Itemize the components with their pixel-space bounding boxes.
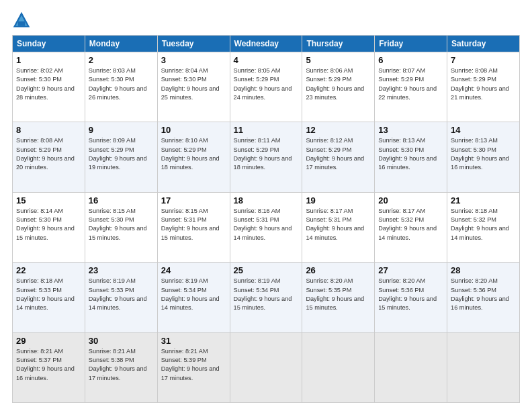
day-cell: 2 Sunrise: 8:03 AM Sunset: 5:30 PM Dayli… [85, 52, 157, 122]
day-cell [230, 332, 302, 402]
day-cell: 18 Sunrise: 8:16 AM Sunset: 5:31 PM Dayl… [230, 192, 302, 262]
day-cell: 23 Sunrise: 8:19 AM Sunset: 5:33 PM Dayl… [85, 263, 157, 332]
day-number: 20 [378, 195, 443, 205]
day-info: Sunrise: 8:17 AM Sunset: 5:32 PM Dayligh… [378, 207, 443, 242]
day-cell: 29 Sunrise: 8:21 AM Sunset: 5:37 PM Dayl… [13, 332, 85, 402]
day-cell: 17 Sunrise: 8:15 AM Sunset: 5:31 PM Dayl… [157, 192, 230, 262]
day-cell: 24 Sunrise: 8:19 AM Sunset: 5:34 PM Dayl… [157, 263, 230, 332]
day-info: Sunrise: 8:11 AM Sunset: 5:29 PM Dayligh… [234, 136, 299, 172]
day-number: 6 [378, 55, 443, 65]
day-cell [302, 332, 375, 402]
day-cell: 7 Sunrise: 8:08 AM Sunset: 5:29 PM Dayli… [447, 52, 520, 122]
day-info: Sunrise: 8:20 AM Sunset: 5:36 PM Dayligh… [378, 277, 443, 312]
day-cell: 10 Sunrise: 8:10 AM Sunset: 5:29 PM Dayl… [157, 122, 230, 192]
day-number: 23 [89, 265, 154, 275]
day-info: Sunrise: 8:15 AM Sunset: 5:30 PM Dayligh… [89, 207, 154, 242]
day-cell: 8 Sunrise: 8:08 AM Sunset: 5:29 PM Dayli… [13, 122, 85, 192]
day-number: 30 [89, 336, 154, 346]
calendar: SundayMondayTuesdayWednesdayThursdayFrid… [12, 35, 520, 403]
day-info: Sunrise: 8:20 AM Sunset: 5:36 PM Dayligh… [451, 277, 516, 312]
header-cell-thursday: Thursday [302, 36, 375, 52]
day-number: 26 [306, 265, 371, 275]
day-number: 24 [161, 265, 226, 275]
day-number: 3 [161, 55, 226, 65]
header-row: SundayMondayTuesdayWednesdayThursdayFrid… [13, 36, 520, 52]
day-cell: 12 Sunrise: 8:12 AM Sunset: 5:29 PM Dayl… [302, 122, 375, 192]
header-cell-wednesday: Wednesday [230, 36, 302, 52]
day-cell: 31 Sunrise: 8:21 AM Sunset: 5:39 PM Dayl… [157, 332, 230, 402]
day-number: 25 [234, 265, 299, 275]
day-cell [447, 332, 520, 402]
day-number: 19 [306, 195, 371, 205]
day-info: Sunrise: 8:19 AM Sunset: 5:34 PM Dayligh… [161, 277, 226, 312]
header-cell-friday: Friday [375, 36, 447, 52]
header-cell-saturday: Saturday [447, 36, 520, 52]
day-info: Sunrise: 8:09 AM Sunset: 5:29 PM Dayligh… [89, 136, 154, 172]
day-number: 17 [161, 195, 226, 205]
day-info: Sunrise: 8:18 AM Sunset: 5:33 PM Dayligh… [16, 277, 81, 312]
header-cell-monday: Monday [85, 36, 157, 52]
week-row-2: 8 Sunrise: 8:08 AM Sunset: 5:29 PM Dayli… [13, 122, 520, 192]
logo [12, 11, 34, 30]
day-info: Sunrise: 8:16 AM Sunset: 5:31 PM Dayligh… [234, 207, 299, 242]
day-cell: 19 Sunrise: 8:17 AM Sunset: 5:31 PM Dayl… [302, 192, 375, 262]
day-cell: 11 Sunrise: 8:11 AM Sunset: 5:29 PM Dayl… [230, 122, 302, 192]
day-number: 29 [16, 336, 81, 346]
day-number: 7 [451, 55, 516, 65]
day-number: 4 [234, 55, 299, 65]
day-info: Sunrise: 8:19 AM Sunset: 5:34 PM Dayligh… [234, 277, 299, 312]
header-cell-sunday: Sunday [13, 36, 85, 52]
day-number: 2 [89, 55, 154, 65]
day-info: Sunrise: 8:21 AM Sunset: 5:38 PM Dayligh… [89, 347, 154, 383]
day-cell: 14 Sunrise: 8:13 AM Sunset: 5:30 PM Dayl… [447, 122, 520, 192]
day-info: Sunrise: 8:08 AM Sunset: 5:29 PM Dayligh… [16, 136, 81, 172]
svg-rect-2 [18, 21, 26, 26]
logo-icon [12, 11, 31, 30]
day-cell: 4 Sunrise: 8:05 AM Sunset: 5:29 PM Dayli… [230, 52, 302, 122]
day-info: Sunrise: 8:05 AM Sunset: 5:29 PM Dayligh… [234, 66, 299, 102]
day-number: 18 [234, 195, 299, 205]
day-number: 1 [16, 55, 81, 65]
day-number: 22 [16, 265, 81, 275]
day-cell: 20 Sunrise: 8:17 AM Sunset: 5:32 PM Dayl… [375, 192, 447, 262]
day-number: 9 [89, 125, 154, 135]
day-cell: 9 Sunrise: 8:09 AM Sunset: 5:29 PM Dayli… [85, 122, 157, 192]
day-info: Sunrise: 8:19 AM Sunset: 5:33 PM Dayligh… [89, 277, 154, 312]
day-cell: 21 Sunrise: 8:18 AM Sunset: 5:32 PM Dayl… [447, 192, 520, 262]
day-number: 14 [451, 125, 516, 135]
day-info: Sunrise: 8:21 AM Sunset: 5:37 PM Dayligh… [16, 347, 81, 383]
day-number: 21 [451, 195, 516, 205]
header [12, 11, 520, 30]
day-cell: 15 Sunrise: 8:14 AM Sunset: 5:30 PM Dayl… [13, 192, 85, 262]
day-cell: 5 Sunrise: 8:06 AM Sunset: 5:29 PM Dayli… [302, 52, 375, 122]
day-info: Sunrise: 8:03 AM Sunset: 5:30 PM Dayligh… [89, 66, 154, 102]
day-number: 27 [378, 265, 443, 275]
day-number: 31 [161, 336, 226, 346]
day-cell: 28 Sunrise: 8:20 AM Sunset: 5:36 PM Dayl… [447, 263, 520, 332]
day-cell: 30 Sunrise: 8:21 AM Sunset: 5:38 PM Dayl… [85, 332, 157, 402]
day-number: 11 [234, 125, 299, 135]
day-info: Sunrise: 8:12 AM Sunset: 5:29 PM Dayligh… [306, 136, 371, 172]
day-info: Sunrise: 8:18 AM Sunset: 5:32 PM Dayligh… [451, 207, 516, 242]
day-number: 16 [89, 195, 154, 205]
day-info: Sunrise: 8:13 AM Sunset: 5:30 PM Dayligh… [451, 136, 516, 172]
day-info: Sunrise: 8:15 AM Sunset: 5:31 PM Dayligh… [161, 207, 226, 242]
day-info: Sunrise: 8:06 AM Sunset: 5:29 PM Dayligh… [306, 66, 371, 102]
week-row-5: 29 Sunrise: 8:21 AM Sunset: 5:37 PM Dayl… [13, 332, 520, 402]
day-info: Sunrise: 8:13 AM Sunset: 5:30 PM Dayligh… [378, 136, 443, 172]
day-number: 12 [306, 125, 371, 135]
day-info: Sunrise: 8:17 AM Sunset: 5:31 PM Dayligh… [306, 207, 371, 242]
day-cell: 26 Sunrise: 8:20 AM Sunset: 5:35 PM Dayl… [302, 263, 375, 332]
day-cell: 6 Sunrise: 8:07 AM Sunset: 5:29 PM Dayli… [375, 52, 447, 122]
day-cell: 22 Sunrise: 8:18 AM Sunset: 5:33 PM Dayl… [13, 263, 85, 332]
week-row-4: 22 Sunrise: 8:18 AM Sunset: 5:33 PM Dayl… [13, 263, 520, 332]
day-info: Sunrise: 8:07 AM Sunset: 5:29 PM Dayligh… [378, 66, 443, 102]
day-cell: 3 Sunrise: 8:04 AM Sunset: 5:30 PM Dayli… [157, 52, 230, 122]
day-cell: 13 Sunrise: 8:13 AM Sunset: 5:30 PM Dayl… [375, 122, 447, 192]
day-cell: 27 Sunrise: 8:20 AM Sunset: 5:36 PM Dayl… [375, 263, 447, 332]
day-info: Sunrise: 8:20 AM Sunset: 5:35 PM Dayligh… [306, 277, 371, 312]
day-cell: 16 Sunrise: 8:15 AM Sunset: 5:30 PM Dayl… [85, 192, 157, 262]
day-number: 5 [306, 55, 371, 65]
day-info: Sunrise: 8:04 AM Sunset: 5:30 PM Dayligh… [161, 66, 226, 102]
day-number: 13 [378, 125, 443, 135]
